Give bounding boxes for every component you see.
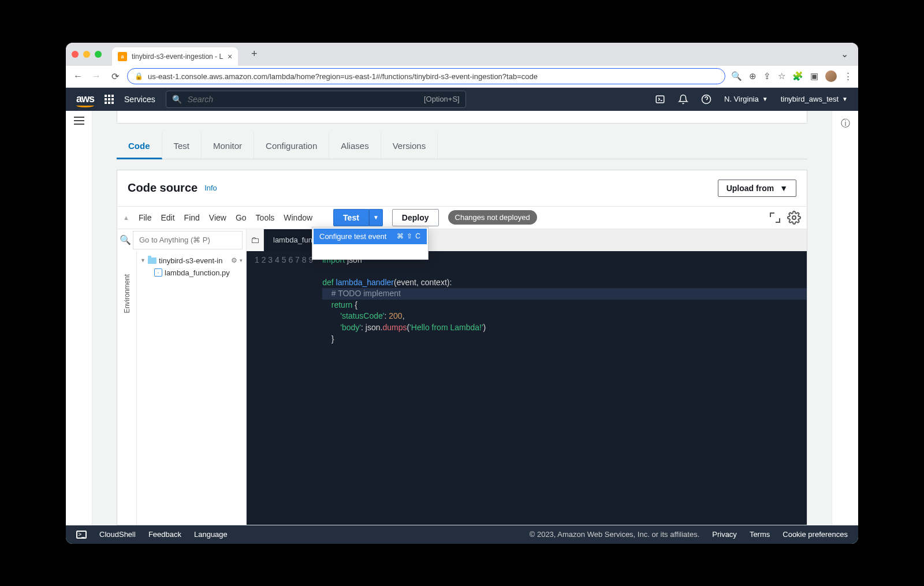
extensions-icon[interactable]: 🧩 [792, 71, 803, 81]
tree-file-name: lambda_function.py [165, 268, 230, 277]
lock-icon: 🔒 [135, 72, 143, 80]
cloudshell-link[interactable]: CloudShell [99, 530, 136, 539]
window-controls[interactable] [72, 51, 102, 58]
menu-find[interactable]: Find [184, 213, 200, 222]
account-selector[interactable]: tinybird_aws_test ▼ [781, 95, 848, 103]
tab-test[interactable]: Test [162, 133, 202, 159]
code-source-card: Code source Info Upload from ▼ ▲ File Ed… [117, 170, 807, 525]
close-window-icon[interactable] [72, 51, 79, 58]
configure-test-event-shortcut: ⌘ ⇧ C [397, 232, 421, 240]
environment-sidebar[interactable]: Environment [117, 251, 137, 525]
services-grid-icon[interactable] [105, 95, 114, 104]
line-number-gutter: 1 2 3 4 5 6 7 8 9 [247, 251, 319, 525]
search-in-page-icon[interactable]: 🔍 [731, 71, 742, 81]
tab-configuration[interactable]: Configuration [254, 133, 329, 159]
upload-from-label: Upload from [726, 184, 774, 193]
region-selector[interactable]: N. Virginia ▼ [724, 95, 768, 103]
close-tab-icon[interactable]: × [228, 52, 232, 61]
fullscreen-window-icon[interactable] [95, 51, 102, 58]
tab-code[interactable]: Code [117, 133, 162, 159]
configure-test-event-item[interactable]: Configure test event ⌘ ⇧ C [314, 229, 427, 244]
chevron-down-icon[interactable]: ▼ [140, 257, 146, 263]
browser-tab-strip: a tinybird-s3-event-ingestion - L × + ⌄ [66, 43, 858, 66]
search-icon: 🔍 [172, 95, 182, 104]
info-link[interactable]: Info [204, 184, 217, 192]
browser-toolbar: ← → ⟳ 🔒 us-east-1.console.aws.amazon.com… [66, 66, 858, 88]
code-body[interactable]: import json def lambda_handler(event, co… [319, 251, 807, 525]
test-dropdown-menu: Configure test event ⌘ ⇧ C [312, 227, 429, 260]
dropdown-spacer [314, 244, 427, 258]
lambda-tab-bar: Code Test Monitor Configuration Aliases … [117, 133, 807, 159]
privacy-link[interactable]: Privacy [712, 530, 737, 539]
menu-file[interactable]: File [139, 213, 152, 222]
goto-anything-input[interactable] [133, 231, 243, 249]
tree-file-row[interactable]: ◦ lambda_function.py [138, 267, 245, 279]
forward-icon[interactable]: → [90, 71, 103, 81]
cloudshell-icon[interactable] [655, 94, 665, 104]
tab-monitor[interactable]: Monitor [202, 133, 254, 159]
account-label: tinybird_aws_test [781, 95, 839, 103]
chevron-down-icon: ▼ [762, 96, 768, 102]
region-label: N. Virginia [724, 95, 759, 103]
menu-go[interactable]: Go [236, 213, 247, 222]
code-editor[interactable]: 1 2 3 4 5 6 7 8 9 import json def lambda… [247, 251, 807, 525]
aws-search[interactable]: 🔍 [Option+S] [166, 91, 466, 108]
function-overview-card-slice [117, 111, 807, 124]
browser-tab-active[interactable]: a tinybird-s3-event-ingestion - L × [112, 47, 238, 66]
aws-favicon-icon: a [118, 52, 127, 61]
terms-link[interactable]: Terms [750, 530, 770, 539]
python-file-icon: ◦ [154, 268, 162, 277]
panel-icon[interactable]: ▣ [810, 71, 818, 81]
services-link[interactable]: Services [124, 95, 155, 104]
menu-tools[interactable]: Tools [256, 213, 275, 222]
help-icon[interactable] [701, 94, 711, 104]
notifications-icon[interactable] [678, 94, 688, 104]
cloudshell-icon[interactable]: >_ [76, 531, 87, 539]
back-icon[interactable]: ← [72, 71, 84, 81]
feedback-link[interactable]: Feedback [148, 530, 181, 539]
left-collapse-gutter[interactable] [66, 111, 92, 525]
menu-view[interactable]: View [209, 213, 226, 222]
bookmark-icon[interactable]: ☆ [778, 71, 785, 81]
tabs-dropdown-icon[interactable]: ⌄ [836, 46, 852, 62]
zoom-icon[interactable]: ⊕ [749, 71, 757, 81]
fullscreen-icon[interactable] [770, 212, 780, 223]
upload-from-button[interactable]: Upload from ▼ [718, 180, 796, 197]
minimize-window-icon[interactable] [83, 51, 90, 58]
profile-avatar[interactable] [825, 70, 837, 82]
aws-search-input[interactable] [188, 95, 418, 104]
tree-folder-row[interactable]: ▼ tinybird-s3-event-in ⚙ ▾ [138, 255, 245, 267]
deploy-button[interactable]: Deploy [392, 209, 439, 226]
new-tab-button[interactable]: + [246, 46, 262, 62]
svg-point-2 [792, 216, 796, 219]
browser-window: a tinybird-s3-event-ingestion - L × + ⌄ … [66, 43, 858, 544]
cookie-preferences-link[interactable]: Cookie preferences [783, 530, 848, 539]
address-bar[interactable]: 🔒 us-east-1.console.aws.amazon.com/lambd… [127, 68, 725, 84]
tab-aliases[interactable]: Aliases [329, 133, 381, 159]
gear-icon[interactable]: ⚙ [231, 256, 237, 264]
chevron-down-icon: ▼ [842, 96, 848, 102]
tab-versions[interactable]: Versions [381, 133, 438, 159]
test-button-group: Test ▼ [333, 209, 383, 226]
info-icon[interactable]: ⓘ [841, 118, 850, 130]
aws-footer: >_ CloudShell Feedback Language © 2023, … [66, 525, 858, 544]
reload-icon[interactable]: ⟳ [109, 71, 121, 82]
browser-menu-icon[interactable]: ⋮ [844, 71, 852, 81]
aws-logo[interactable]: aws [76, 93, 94, 105]
folder-tab-icon[interactable]: 🗀 [247, 229, 264, 251]
code-source-heading: Code source [128, 181, 198, 195]
language-link[interactable]: Language [194, 530, 228, 539]
right-info-gutter[interactable]: ⓘ [832, 111, 858, 525]
share-icon[interactable]: ⇪ [763, 71, 771, 81]
menu-edit[interactable]: Edit [161, 213, 174, 222]
test-button[interactable]: Test [333, 209, 369, 226]
chevron-down-icon[interactable]: ▾ [240, 257, 243, 263]
test-dropdown-toggle[interactable]: ▼ [369, 209, 383, 226]
menu-window[interactable]: Window [284, 213, 312, 222]
configure-test-event-label: Configure test event [319, 232, 386, 241]
gear-icon[interactable] [787, 211, 801, 225]
search-shortcut-hint: [Option+S] [424, 95, 460, 103]
collapse-icon[interactable]: ▲ [123, 214, 129, 221]
hamburger-icon[interactable] [74, 117, 84, 125]
search-icon[interactable]: 🔍 [117, 234, 133, 245]
